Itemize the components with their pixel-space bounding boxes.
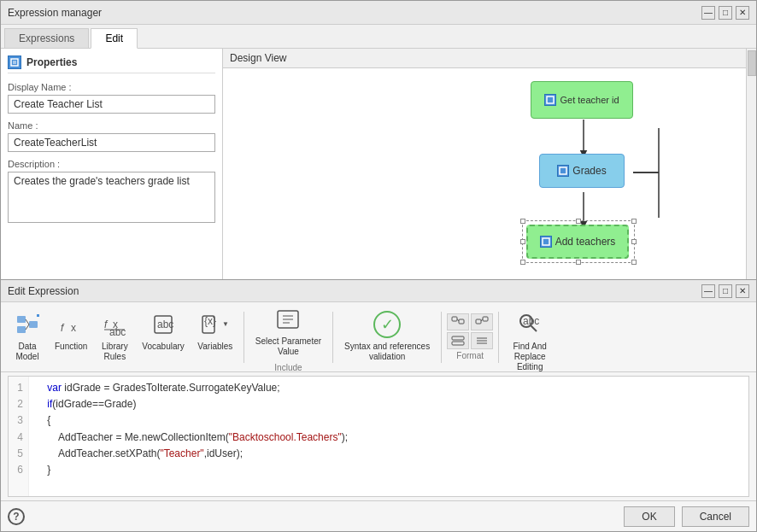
node-get-teacher-id[interactable]: Get teacher id [531, 81, 633, 119]
edit-expression-title-bar: Edit Expression — □ ✕ [1, 280, 756, 302]
library-rules-button[interactable]: f x abc LibraryRules [95, 307, 134, 368]
properties-panel: Properties Display Name : Name : Descrip… [1, 49, 223, 279]
select-parameter-button[interactable]: Select ParameterValue [249, 301, 327, 363]
bottom-bar: ? OK Cancel [1, 500, 756, 531]
format-btn-3[interactable] [447, 332, 469, 349]
format-group: Format [447, 313, 493, 360]
svg-rect-13 [29, 321, 38, 328]
node-grades-label: Grades [572, 165, 606, 177]
main-content: Properties Display Name : Name : Descrip… [1, 49, 756, 279]
ok-button[interactable]: OK [624, 506, 674, 527]
line-number-5: 5 [14, 446, 23, 462]
format-label: Format [456, 351, 484, 360]
design-canvas[interactable]: Get teacher id Grades Add teachers [223, 68, 756, 277]
svg-rect-37 [452, 336, 464, 340]
syntax-validation-label: Syntax and referencesvalidation [344, 342, 430, 362]
node-add-teachers-label: Add teachers [555, 236, 616, 248]
line-number-3: 3 [14, 412, 23, 429]
format-btn-1[interactable] [447, 313, 469, 330]
library-rules-icon: f x abc [101, 311, 128, 338]
variables-button[interactable]: {x} ▼ Variables [192, 307, 238, 368]
cancel-button[interactable]: Cancel [682, 506, 749, 527]
minimize-button[interactable]: — [701, 6, 715, 20]
properties-icon [8, 56, 21, 69]
svg-text:abc: abc [157, 319, 173, 330]
design-view-title: Design View [230, 52, 286, 64]
edit-maximize-button[interactable]: □ [719, 284, 732, 298]
toolbar-divider-4 [498, 312, 499, 363]
tab-edit[interactable]: Edit [91, 28, 138, 49]
find-replace-button[interactable]: abc Find AndReplaceEditing [504, 307, 555, 368]
toolbar-divider-2 [332, 312, 333, 363]
main-window: Expression manager — □ ✕ Expressions Edi… [0, 0, 757, 532]
design-view-panel: Design View [223, 49, 756, 279]
find-replace-icon: abc [516, 311, 543, 338]
edit-expression-title: Edit Expression [8, 285, 79, 297]
svg-text:abc: abc [523, 315, 539, 327]
svg-rect-0 [11, 59, 18, 66]
svg-text:f: f [104, 319, 109, 330]
properties-header: Properties [8, 56, 215, 73]
format-icons [447, 313, 493, 349]
title-bar-buttons: — □ ✕ [701, 6, 749, 20]
edit-close-button[interactable]: ✕ [736, 284, 749, 298]
data-model-button[interactable]: DataModel [8, 307, 47, 368]
display-name-input[interactable] [8, 95, 215, 114]
tab-expressions[interactable]: Expressions [4, 28, 89, 48]
close-button[interactable]: ✕ [736, 6, 749, 20]
tab-bar: Expressions Edit [1, 25, 756, 49]
bottom-buttons: OK Cancel [624, 506, 749, 527]
help-button[interactable]: ? [8, 508, 25, 525]
line-number-6: 6 [14, 462, 23, 478]
code-var-keyword: var [36, 382, 62, 394]
svg-text:abc: abc [109, 326, 126, 336]
line-numbers: 1 2 3 4 5 6 [9, 377, 29, 496]
design-arrows [223, 68, 756, 277]
code-editor[interactable]: 1 2 3 4 5 6 var idGrade = GradesToIterat… [8, 376, 749, 497]
code-content[interactable]: var idGrade = GradesToIterate.SurrogateK… [29, 377, 748, 496]
toolbar: DataModel f x Function f x [1, 302, 756, 372]
scrollbar-thumb[interactable] [748, 50, 756, 76]
name-label: Name : [8, 120, 215, 131]
design-view-header: Design View [223, 49, 756, 68]
svg-line-14 [26, 319, 29, 324]
function-label: Function [55, 342, 87, 352]
find-replace-label: Find AndReplaceEditing [513, 342, 546, 372]
maximize-button[interactable]: □ [719, 6, 732, 20]
include-label: Include [274, 363, 302, 372]
code-if-keyword: if [47, 398, 52, 410]
svg-text:{x}: {x} [204, 315, 216, 327]
line-number-4: 4 [14, 430, 23, 446]
svg-rect-38 [452, 342, 464, 345]
svg-rect-35 [483, 317, 488, 321]
properties-title: Properties [26, 56, 77, 68]
node-add-teachers-icon [540, 236, 552, 248]
check-circle-icon: ✓ [373, 311, 401, 338]
node-get-teacher-label: Get teacher id [560, 95, 619, 105]
edit-minimize-button[interactable]: — [701, 284, 715, 298]
svg-rect-34 [476, 319, 481, 324]
svg-rect-8 [547, 96, 554, 103]
display-name-label: Display Name : [8, 82, 215, 92]
function-button[interactable]: f x Function [49, 307, 93, 368]
syntax-validation-icon: ✓ [373, 311, 401, 338]
syntax-validation-button[interactable]: ✓ Syntax and referencesvalidation [338, 307, 436, 368]
svg-rect-11 [17, 316, 26, 323]
node-grades[interactable]: Grades [539, 154, 625, 188]
toolbar-divider-1 [244, 312, 244, 363]
svg-rect-32 [459, 319, 464, 324]
title-bar: Expression manager — □ ✕ [1, 1, 756, 25]
library-rules-label: LibraryRules [102, 342, 128, 362]
window-title: Expression manager [8, 7, 102, 19]
format-btn-4[interactable] [471, 332, 493, 349]
select-parameter-icon [274, 306, 302, 333]
design-scrollbar[interactable] [746, 49, 756, 279]
vocabulary-button[interactable]: abc Vocabulary [136, 307, 190, 368]
name-input[interactable] [8, 133, 215, 152]
format-btn-2[interactable] [471, 313, 493, 330]
node-get-teacher-icon [544, 94, 556, 106]
svg-rect-10 [543, 238, 549, 245]
description-textarea[interactable]: Creates the grade's teachers grade list [8, 172, 215, 223]
node-add-teachers[interactable]: Add teachers [526, 225, 629, 259]
line-number-2: 2 [14, 396, 23, 412]
